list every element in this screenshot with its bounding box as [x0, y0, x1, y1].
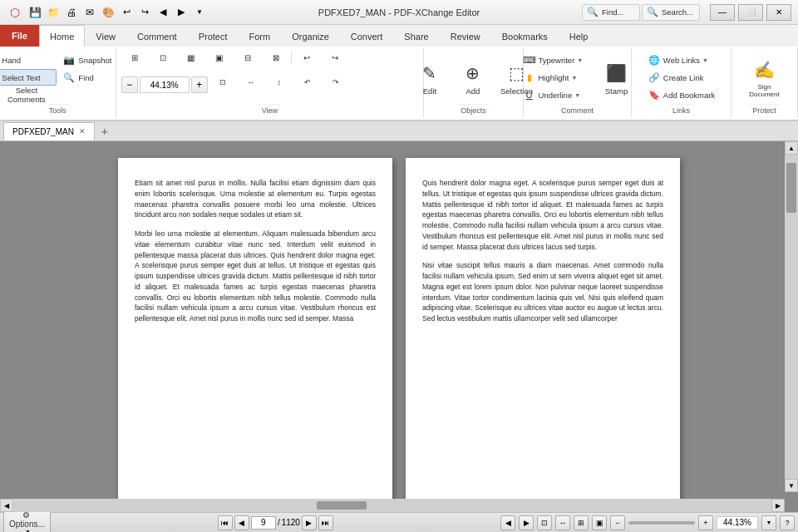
typewriter-button[interactable]: ⌨ Typewriter ▼: [519, 52, 594, 68]
status-icon-3[interactable]: ⊞: [574, 515, 589, 530]
h-scroll-track[interactable]: [13, 500, 771, 510]
scrollbar-h[interactable]: ◀ ▶: [0, 499, 785, 512]
prev-page-button[interactable]: ◀: [234, 515, 249, 530]
zoom-out-status-button[interactable]: −: [610, 515, 625, 530]
tab-share[interactable]: Share: [393, 25, 439, 47]
options-dropdown[interactable]: ▼: [25, 529, 31, 532]
tab-bookmarks[interactable]: Bookmarks: [491, 25, 559, 47]
zoom-plus-button[interactable]: +: [191, 76, 208, 93]
page-number-input[interactable]: [251, 516, 276, 530]
status-nav-back[interactable]: ◀: [500, 515, 515, 530]
maximize-button[interactable]: ⬜: [738, 4, 763, 21]
view-more: ⊡ ↔ ↕ ↶ ↷: [209, 76, 349, 88]
email-icon[interactable]: ✉: [81, 4, 98, 21]
fit-height-button[interactable]: ↕: [266, 76, 293, 88]
zoom-input[interactable]: [140, 76, 190, 93]
zoom-dropdown-status[interactable]: ▼: [761, 515, 776, 530]
tab-review[interactable]: Review: [440, 25, 491, 47]
stamp-button[interactable]: ⬛ Stamp: [597, 52, 637, 103]
status-icon-1[interactable]: ⊡: [537, 515, 552, 530]
comment-left-col: ⌨ Typewriter ▼ ▮ Highlight ▼ U Underline…: [519, 52, 594, 103]
save-icon[interactable]: 💾: [27, 4, 43, 21]
tab-comment[interactable]: Comment: [126, 25, 188, 47]
sign-document-button[interactable]: ✍ Sign Document: [741, 52, 789, 103]
hand-button[interactable]: ✋ Hand: [0, 52, 57, 68]
tab-form[interactable]: Form: [239, 25, 282, 47]
view-group: ⊞ ⊡ ▦ ▣ ⊟ ⊠ ↩: [116, 48, 424, 118]
create-link-button[interactable]: 🔗 Create Link: [643, 69, 718, 86]
undo-icon[interactable]: ↩: [118, 4, 135, 21]
scroll-track[interactable]: [785, 155, 798, 479]
select-text-button[interactable]: A Select Text: [0, 69, 57, 86]
scroll-thumb[interactable]: [786, 163, 796, 213]
underline-dropdown[interactable]: ▼: [574, 92, 580, 98]
status-nav-fwd[interactable]: ▶: [519, 515, 534, 530]
view-btn-2[interactable]: ⊡: [150, 52, 176, 64]
tab-home[interactable]: Home: [39, 25, 85, 47]
highlight-dropdown[interactable]: ▼: [571, 75, 577, 81]
view-btn-1[interactable]: ⊞: [121, 52, 148, 64]
ribbon-content: ✋ Hand A Select Text 💬 Select Comments 📷…: [0, 47, 798, 121]
minimize-button[interactable]: —: [710, 4, 735, 21]
select-comments-button[interactable]: 💬 Select Comments: [0, 86, 57, 103]
fit-page-button[interactable]: ⊡: [209, 76, 236, 88]
status-help-icon[interactable]: ?: [780, 515, 795, 530]
title-bar: ⬡ 💾 📁 🖨 ✉ 🎨 ↩ ↪ ◀ ▶ ▼ PDFXED7_MAN - PDF-…: [0, 0, 798, 25]
scroll-left-button[interactable]: ◀: [0, 499, 13, 512]
back-icon[interactable]: ◀: [155, 4, 171, 21]
document-tab[interactable]: PDFXED7_MAN ✕: [3, 122, 95, 140]
tab-help[interactable]: Help: [559, 25, 599, 47]
zoom-in-status-button[interactable]: +: [698, 515, 713, 530]
scroll-up-button[interactable]: ▲: [785, 141, 798, 155]
next-page-button[interactable]: ▶: [302, 515, 317, 530]
print-icon[interactable]: 🖨: [63, 4, 80, 21]
rotate-right-button[interactable]: ↷: [323, 76, 349, 88]
view-btn-8[interactable]: ↪: [322, 52, 348, 64]
add-bookmark-button[interactable]: 🔖 Add Bookmark: [643, 86, 719, 103]
web-links-dropdown[interactable]: ▼: [702, 57, 708, 63]
new-tab-button[interactable]: +: [96, 123, 113, 140]
last-page-button[interactable]: ⏭: [318, 515, 333, 530]
view-btn-6[interactable]: ⊠: [263, 52, 289, 64]
view-btn-4[interactable]: ▣: [206, 52, 233, 64]
scroll-down-button[interactable]: ▼: [785, 479, 798, 492]
typewriter-dropdown[interactable]: ▼: [577, 57, 583, 63]
close-button[interactable]: ✕: [766, 4, 791, 21]
web-links-button[interactable]: 🌐 Web Links ▼: [643, 52, 718, 68]
view-btn-3[interactable]: ▦: [178, 52, 204, 64]
rotate-left-button[interactable]: ↶: [294, 76, 321, 88]
zoom-row: − +: [121, 76, 208, 93]
fit-width-button[interactable]: ↔: [238, 76, 264, 88]
search-button[interactable]: 🔍 Search...: [642, 4, 700, 21]
highlight-button[interactable]: ▮ Highlight ▼: [519, 69, 594, 86]
zoom-status-input[interactable]: [717, 516, 758, 530]
underline-button[interactable]: U Underline ▼: [519, 86, 594, 103]
zoom-slider[interactable]: [628, 521, 695, 525]
redo-icon[interactable]: ↪: [136, 4, 153, 21]
scrollbar-v[interactable]: ▲ ▼: [785, 141, 798, 492]
tab-view[interactable]: View: [85, 25, 126, 47]
window-controls-group: 🔍 Find... 🔍 Search... — ⬜ ✕: [582, 4, 791, 21]
scroll-right-button[interactable]: ▶: [771, 499, 785, 512]
doc-tab-close[interactable]: ✕: [79, 127, 86, 135]
first-page-button[interactable]: ⏮: [218, 515, 233, 530]
tab-protect[interactable]: Protect: [188, 25, 239, 47]
tab-file[interactable]: File: [0, 25, 39, 47]
view-btn-5[interactable]: ⊟: [234, 52, 261, 64]
options-button[interactable]: ⚙ Options... ▼: [3, 509, 51, 532]
tab-organize[interactable]: Organize: [281, 25, 340, 47]
find-button[interactable]: 🔍 Find...: [582, 4, 640, 21]
add-button[interactable]: ⊕ Add: [453, 52, 493, 103]
h-scroll-thumb[interactable]: [317, 501, 367, 510]
view-btn-7[interactable]: ↩: [293, 52, 320, 64]
folder-icon[interactable]: 📁: [45, 4, 62, 21]
status-icon-4[interactable]: ▣: [592, 515, 607, 530]
forward-icon[interactable]: ▶: [173, 4, 190, 21]
status-icon-2[interactable]: ↔: [555, 515, 570, 530]
dropdown-arrow[interactable]: ▼: [191, 4, 208, 21]
tab-convert[interactable]: Convert: [340, 25, 394, 47]
edit-button[interactable]: ✎ Edit: [410, 52, 450, 103]
paint-icon[interactable]: 🎨: [100, 4, 116, 21]
view-icon-5: ⊟: [244, 53, 251, 62]
zoom-minus-button[interactable]: −: [121, 76, 138, 93]
